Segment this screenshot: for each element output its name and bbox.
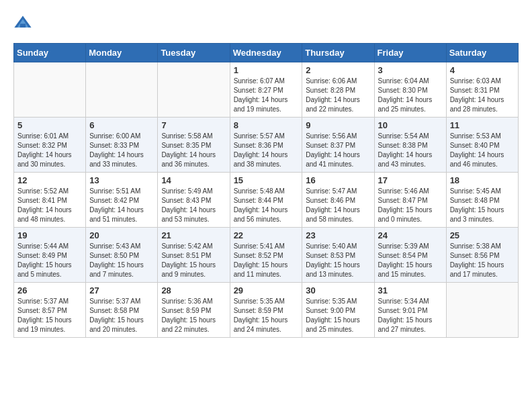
day-info: Sunrise: 5:38 AM Sunset: 8:56 PM Dayligh… xyxy=(450,242,515,279)
day-number: 3 xyxy=(378,65,443,75)
day-info: Sunrise: 6:04 AM Sunset: 8:30 PM Dayligh… xyxy=(378,77,443,114)
day-info: Sunrise: 6:03 AM Sunset: 8:31 PM Dayligh… xyxy=(450,77,515,114)
calendar-week-row: 19Sunrise: 5:44 AM Sunset: 8:49 PM Dayli… xyxy=(14,228,519,283)
day-info: Sunrise: 5:56 AM Sunset: 8:37 PM Dayligh… xyxy=(306,132,370,169)
calendar-cell: 27Sunrise: 5:37 AM Sunset: 8:58 PM Dayli… xyxy=(86,283,158,338)
day-of-week-header: Friday xyxy=(374,44,446,62)
day-number: 20 xyxy=(89,230,154,240)
day-info: Sunrise: 5:42 AM Sunset: 8:51 PM Dayligh… xyxy=(161,242,226,279)
day-number: 8 xyxy=(234,120,299,130)
day-number: 26 xyxy=(17,285,82,295)
day-number: 12 xyxy=(17,175,82,185)
calendar-cell: 20Sunrise: 5:43 AM Sunset: 8:50 PM Dayli… xyxy=(86,228,158,283)
calendar-cell: 17Sunrise: 5:46 AM Sunset: 8:47 PM Dayli… xyxy=(374,173,446,228)
day-of-week-header: Monday xyxy=(86,44,158,62)
day-info: Sunrise: 6:06 AM Sunset: 8:28 PM Dayligh… xyxy=(306,77,370,114)
calendar-header-row: SundayMondayTuesdayWednesdayThursdayFrid… xyxy=(14,44,519,62)
day-number: 23 xyxy=(306,230,370,240)
day-number: 17 xyxy=(378,175,443,185)
day-of-week-header: Saturday xyxy=(446,44,518,62)
day-number: 11 xyxy=(450,120,515,130)
calendar-cell: 31Sunrise: 5:34 AM Sunset: 9:01 PM Dayli… xyxy=(374,283,446,338)
day-number: 4 xyxy=(450,65,515,75)
calendar-cell: 4Sunrise: 6:03 AM Sunset: 8:31 PM Daylig… xyxy=(446,62,518,118)
logo xyxy=(13,13,35,32)
day-number: 31 xyxy=(378,285,443,295)
day-number: 21 xyxy=(161,230,226,240)
calendar-cell xyxy=(14,62,86,118)
calendar-cell: 8Sunrise: 5:57 AM Sunset: 8:36 PM Daylig… xyxy=(230,118,302,173)
day-number: 6 xyxy=(89,120,154,130)
day-info: Sunrise: 5:58 AM Sunset: 8:35 PM Dayligh… xyxy=(161,132,226,169)
day-number: 1 xyxy=(234,65,299,75)
calendar-cell: 6Sunrise: 6:00 AM Sunset: 8:33 PM Daylig… xyxy=(86,118,158,173)
day-info: Sunrise: 5:37 AM Sunset: 8:57 PM Dayligh… xyxy=(17,297,82,334)
calendar-cell: 9Sunrise: 5:56 AM Sunset: 8:37 PM Daylig… xyxy=(302,118,374,173)
calendar-cell: 24Sunrise: 5:39 AM Sunset: 8:54 PM Dayli… xyxy=(374,228,446,283)
day-number: 22 xyxy=(234,230,299,240)
day-number: 25 xyxy=(450,230,515,240)
day-number: 24 xyxy=(378,230,443,240)
day-number: 5 xyxy=(17,120,82,130)
day-info: Sunrise: 5:37 AM Sunset: 8:58 PM Dayligh… xyxy=(89,297,154,334)
calendar-cell: 19Sunrise: 5:44 AM Sunset: 8:49 PM Dayli… xyxy=(14,228,86,283)
day-info: Sunrise: 5:45 AM Sunset: 8:48 PM Dayligh… xyxy=(450,187,515,224)
calendar-cell: 25Sunrise: 5:38 AM Sunset: 8:56 PM Dayli… xyxy=(446,228,518,283)
calendar-cell: 3Sunrise: 6:04 AM Sunset: 8:30 PM Daylig… xyxy=(374,62,446,118)
day-number: 28 xyxy=(161,285,226,295)
day-info: Sunrise: 5:35 AM Sunset: 8:59 PM Dayligh… xyxy=(234,297,299,334)
calendar-cell: 21Sunrise: 5:42 AM Sunset: 8:51 PM Dayli… xyxy=(158,228,230,283)
calendar-cell: 29Sunrise: 5:35 AM Sunset: 8:59 PM Dayli… xyxy=(230,283,302,338)
day-number: 10 xyxy=(378,120,443,130)
day-info: Sunrise: 5:41 AM Sunset: 8:52 PM Dayligh… xyxy=(234,242,299,279)
day-info: Sunrise: 6:01 AM Sunset: 8:32 PM Dayligh… xyxy=(17,132,82,169)
day-info: Sunrise: 5:51 AM Sunset: 8:42 PM Dayligh… xyxy=(89,187,154,224)
day-info: Sunrise: 5:53 AM Sunset: 8:40 PM Dayligh… xyxy=(450,132,515,169)
day-info: Sunrise: 5:54 AM Sunset: 8:38 PM Dayligh… xyxy=(378,132,443,169)
calendar-week-row: 26Sunrise: 5:37 AM Sunset: 8:57 PM Dayli… xyxy=(14,283,519,338)
day-info: Sunrise: 5:39 AM Sunset: 8:54 PM Dayligh… xyxy=(378,242,443,279)
day-info: Sunrise: 5:44 AM Sunset: 8:49 PM Dayligh… xyxy=(17,242,82,279)
calendar-cell: 11Sunrise: 5:53 AM Sunset: 8:40 PM Dayli… xyxy=(446,118,518,173)
calendar-cell: 16Sunrise: 5:47 AM Sunset: 8:46 PM Dayli… xyxy=(302,173,374,228)
day-of-week-header: Tuesday xyxy=(158,44,230,62)
calendar-cell: 13Sunrise: 5:51 AM Sunset: 8:42 PM Dayli… xyxy=(86,173,158,228)
day-info: Sunrise: 5:52 AM Sunset: 8:41 PM Dayligh… xyxy=(17,187,82,224)
calendar-table: SundayMondayTuesdayWednesdayThursdayFrid… xyxy=(13,43,519,338)
day-info: Sunrise: 5:48 AM Sunset: 8:44 PM Dayligh… xyxy=(234,187,299,224)
calendar-cell: 18Sunrise: 5:45 AM Sunset: 8:48 PM Dayli… xyxy=(446,173,518,228)
day-info: Sunrise: 5:34 AM Sunset: 9:01 PM Dayligh… xyxy=(378,297,443,334)
day-info: Sunrise: 6:07 AM Sunset: 8:27 PM Dayligh… xyxy=(234,77,299,114)
day-info: Sunrise: 5:36 AM Sunset: 8:59 PM Dayligh… xyxy=(161,297,226,334)
day-number: 18 xyxy=(450,175,515,185)
day-info: Sunrise: 6:00 AM Sunset: 8:33 PM Dayligh… xyxy=(89,132,154,169)
calendar-cell: 2Sunrise: 6:06 AM Sunset: 8:28 PM Daylig… xyxy=(302,62,374,118)
calendar-cell: 7Sunrise: 5:58 AM Sunset: 8:35 PM Daylig… xyxy=(158,118,230,173)
day-number: 16 xyxy=(306,175,370,185)
calendar-week-row: 5Sunrise: 6:01 AM Sunset: 8:32 PM Daylig… xyxy=(14,118,519,173)
calendar-cell xyxy=(86,62,158,118)
day-of-week-header: Thursday xyxy=(302,44,374,62)
header xyxy=(13,13,519,32)
logo-icon xyxy=(13,13,32,32)
day-info: Sunrise: 5:43 AM Sunset: 8:50 PM Dayligh… xyxy=(89,242,154,279)
calendar-cell: 5Sunrise: 6:01 AM Sunset: 8:32 PM Daylig… xyxy=(14,118,86,173)
calendar-cell: 14Sunrise: 5:49 AM Sunset: 8:43 PM Dayli… xyxy=(158,173,230,228)
calendar-cell: 23Sunrise: 5:40 AM Sunset: 8:53 PM Dayli… xyxy=(302,228,374,283)
day-info: Sunrise: 5:57 AM Sunset: 8:36 PM Dayligh… xyxy=(234,132,299,169)
calendar-cell: 10Sunrise: 5:54 AM Sunset: 8:38 PM Dayli… xyxy=(374,118,446,173)
calendar-cell xyxy=(446,283,518,338)
calendar-cell: 22Sunrise: 5:41 AM Sunset: 8:52 PM Dayli… xyxy=(230,228,302,283)
calendar-cell: 15Sunrise: 5:48 AM Sunset: 8:44 PM Dayli… xyxy=(230,173,302,228)
calendar-cell: 12Sunrise: 5:52 AM Sunset: 8:41 PM Dayli… xyxy=(14,173,86,228)
calendar-week-row: 12Sunrise: 5:52 AM Sunset: 8:41 PM Dayli… xyxy=(14,173,519,228)
day-info: Sunrise: 5:46 AM Sunset: 8:47 PM Dayligh… xyxy=(378,187,443,224)
day-info: Sunrise: 5:40 AM Sunset: 8:53 PM Dayligh… xyxy=(306,242,370,279)
calendar-cell: 30Sunrise: 5:35 AM Sunset: 9:00 PM Dayli… xyxy=(302,283,374,338)
day-info: Sunrise: 5:35 AM Sunset: 9:00 PM Dayligh… xyxy=(306,297,370,334)
day-number: 14 xyxy=(161,175,226,185)
calendar-cell: 1Sunrise: 6:07 AM Sunset: 8:27 PM Daylig… xyxy=(230,62,302,118)
day-number: 7 xyxy=(161,120,226,130)
calendar-cell: 26Sunrise: 5:37 AM Sunset: 8:57 PM Dayli… xyxy=(14,283,86,338)
day-number: 27 xyxy=(89,285,154,295)
